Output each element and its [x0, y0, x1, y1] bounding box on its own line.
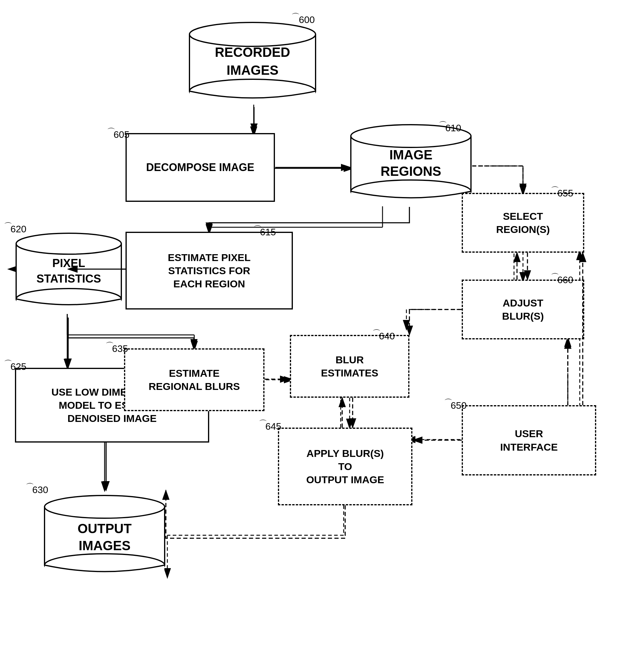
select-region-node: SELECTREGION(S) — [462, 193, 584, 253]
svg-text:OUTPUT: OUTPUT — [78, 521, 132, 536]
ref-curve-630: ⌒ — [26, 481, 34, 493]
estimate-pixel-stats-node: ESTIMATE PIXELSTATISTICS FOREACH REGION — [126, 232, 293, 309]
select-region-label: SELECTREGION(S) — [496, 210, 550, 236]
ref-650: 650 — [451, 400, 466, 411]
apply-blur-node: APPLY BLUR(S)TOOUTPUT IMAGE — [278, 428, 412, 505]
svg-text:STATISTICS: STATISTICS — [37, 273, 101, 285]
ref-640: 640 — [379, 331, 395, 342]
user-interface-label: USERINTERFACE — [500, 427, 558, 453]
ref-curve-650: ⌒ — [444, 397, 452, 408]
ref-curve-620: ⌒ — [4, 221, 12, 232]
ref-625: 625 — [11, 361, 26, 372]
estimate-pixel-stats-label: ESTIMATE PIXELSTATISTICS FOREACH REGION — [168, 251, 250, 291]
ref-660: 660 — [557, 275, 573, 286]
ref-655: 655 — [557, 188, 573, 199]
svg-point-45 — [16, 233, 121, 254]
ref-curve-655: ⌒ — [551, 185, 559, 196]
user-interface-node: USERINTERFACE — [462, 405, 596, 476]
decompose-image-node: DECOMPOSE IMAGE — [126, 133, 275, 202]
ref-635: 635 — [112, 343, 128, 354]
ref-630: 630 — [32, 484, 48, 495]
adjust-blur-node: ADJUSTBLUR(S) — [462, 280, 584, 339]
ref-615: 615 — [260, 227, 276, 238]
ref-curve-640: ⌒ — [372, 328, 381, 339]
svg-text:REGIONS: REGIONS — [381, 164, 441, 178]
ref-645: 645 — [266, 421, 281, 432]
estimate-regional-blurs-node: ESTIMATEREGIONAL BLURS — [124, 349, 265, 411]
svg-point-51 — [44, 495, 165, 518]
output-images-node: OUTPUT IMAGES — [43, 490, 166, 583]
ref-curve-605: ⌒ — [107, 126, 115, 138]
blur-estimates-label: BLURESTIMATES — [321, 353, 378, 379]
svg-text:RECORDED: RECORDED — [215, 45, 290, 60]
ref-curve-635: ⌒ — [105, 340, 114, 352]
decompose-image-label: DECOMPOSE IMAGE — [146, 161, 254, 175]
ref-600: 600 — [299, 14, 315, 25]
ref-curve-610: ⌒ — [439, 119, 447, 131]
ref-620: 620 — [11, 224, 26, 235]
pixel-statistics-node: PIXEL STATISTICS — [15, 227, 123, 317]
svg-text:IMAGES: IMAGES — [227, 63, 279, 77]
svg-text:PIXEL: PIXEL — [52, 257, 85, 269]
ref-curve-615: ⌒ — [254, 224, 262, 235]
blur-estimates-node: BLURESTIMATES — [290, 335, 409, 398]
estimate-regional-blurs-label: ESTIMATEREGIONAL BLURS — [149, 367, 240, 393]
ref-curve-625: ⌒ — [4, 358, 12, 370]
ref-curve-645: ⌒ — [259, 418, 267, 429]
svg-text:IMAGE: IMAGE — [389, 148, 433, 162]
svg-point-33 — [190, 23, 315, 46]
svg-text:IMAGES: IMAGES — [79, 538, 131, 553]
diagram-container: RECORDED IMAGES IMAGE REGIONS PIXEL STAT… — [0, 0, 644, 671]
ref-curve-660: ⌒ — [551, 271, 559, 283]
adjust-blur-label: ADJUSTBLUR(S) — [502, 296, 544, 322]
recorded-images-node: RECORDED IMAGES — [188, 16, 317, 106]
ref-605: 605 — [114, 129, 129, 140]
ref-curve-600: ⌒ — [291, 11, 300, 23]
apply-blur-label: APPLY BLUR(S)TOOUTPUT IMAGE — [306, 447, 384, 486]
ref-610: 610 — [445, 123, 461, 134]
